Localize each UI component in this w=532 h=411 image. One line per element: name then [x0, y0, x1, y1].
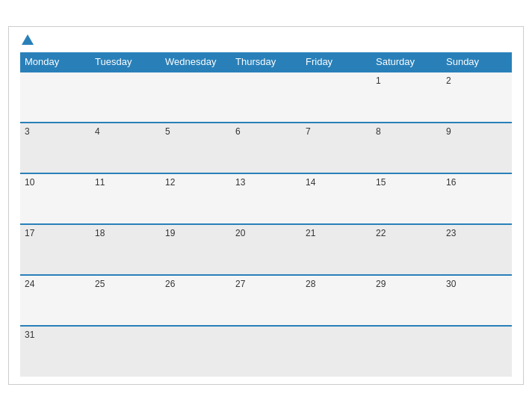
calendar-cell — [161, 72, 231, 123]
days-of-week-row: MondayTuesdayWednesdayThursdayFridaySatu… — [20, 52, 512, 72]
day-number: 13 — [235, 177, 245, 188]
day-number: 26 — [165, 279, 175, 289]
day-number: 31 — [25, 330, 34, 340]
day-number: 19 — [165, 228, 175, 238]
calendar-body: 1234567891011121314151617181920212223242… — [20, 72, 512, 377]
calendar-cell: 31 — [20, 326, 90, 377]
calendar-cell — [301, 72, 371, 123]
calendar-cell: 20 — [231, 224, 301, 275]
day-number: 9 — [446, 126, 451, 137]
calendar-cell: 26 — [161, 275, 231, 326]
calendar-cell: 11 — [90, 173, 161, 224]
calendar-cell: 14 — [301, 173, 371, 224]
day-number: 2 — [446, 75, 451, 86]
calendar-grid: MondayTuesdayWednesdayThursdayFridaySatu… — [20, 52, 512, 377]
day-number: 6 — [235, 126, 241, 137]
day-number: 1 — [376, 75, 381, 86]
logo — [20, 34, 34, 46]
day-number: 10 — [25, 177, 34, 188]
calendar-cell — [90, 72, 161, 123]
calendar-cell: 18 — [90, 224, 161, 275]
calendar-container: MondayTuesdayWednesdayThursdayFridaySatu… — [8, 26, 524, 385]
day-number: 18 — [95, 228, 105, 238]
calendar-cell: 15 — [371, 173, 442, 224]
calendar-cell: 30 — [442, 275, 512, 326]
day-number: 24 — [25, 279, 34, 289]
calendar-cell: 3 — [20, 123, 90, 173]
calendar-cell: 24 — [20, 275, 90, 326]
logo-triangle-icon — [22, 34, 34, 45]
week-row-1: 12 — [20, 72, 512, 123]
calendar-cell: 23 — [442, 224, 512, 275]
day-number: 15 — [376, 177, 386, 188]
day-number: 22 — [376, 228, 386, 238]
calendar-cell — [20, 72, 90, 123]
calendar-cell — [442, 326, 512, 377]
day-number: 28 — [306, 279, 315, 289]
day-number: 7 — [306, 126, 311, 137]
week-row-5: 24252627282930 — [20, 275, 512, 326]
calendar-cell: 2 — [442, 72, 512, 123]
calendar-cell: 5 — [161, 123, 231, 173]
day-number: 25 — [95, 279, 105, 289]
week-row-2: 3456789 — [20, 123, 512, 173]
calendar-cell: 8 — [371, 123, 442, 173]
week-row-6: 31 — [20, 326, 512, 377]
day-number: 30 — [446, 279, 456, 289]
calendar-cell: 25 — [90, 275, 161, 326]
week-row-3: 10111213141516 — [20, 173, 512, 224]
day-number: 27 — [235, 279, 245, 289]
calendar-cell: 27 — [231, 275, 301, 326]
day-header-friday: Friday — [301, 52, 371, 72]
calendar-cell: 7 — [301, 123, 371, 173]
calendar-cell: 17 — [20, 224, 90, 275]
day-header-sunday: Sunday — [442, 52, 512, 72]
day-number: 14 — [306, 177, 315, 188]
day-header-tuesday: Tuesday — [90, 52, 161, 72]
calendar-cell — [90, 326, 161, 377]
day-header-wednesday: Wednesday — [161, 52, 231, 72]
day-number: 4 — [95, 126, 100, 137]
day-number: 3 — [25, 126, 30, 137]
calendar-cell — [161, 326, 231, 377]
day-header-thursday: Thursday — [231, 52, 301, 72]
day-number: 21 — [306, 228, 315, 238]
day-number: 29 — [376, 279, 386, 289]
calendar-cell: 21 — [301, 224, 371, 275]
calendar-cell: 1 — [371, 72, 442, 123]
calendar-header-row: MondayTuesdayWednesdayThursdayFridaySatu… — [20, 52, 512, 72]
calendar-cell: 16 — [442, 173, 512, 224]
day-number: 8 — [376, 126, 381, 137]
day-number: 17 — [25, 228, 34, 238]
day-number: 11 — [95, 177, 105, 188]
day-number: 5 — [165, 126, 170, 137]
calendar-cell — [301, 326, 371, 377]
calendar-cell: 13 — [231, 173, 301, 224]
day-number: 23 — [446, 228, 456, 238]
day-header-monday: Monday — [20, 52, 90, 72]
day-number: 12 — [165, 177, 175, 188]
calendar-header — [20, 34, 512, 46]
calendar-cell: 12 — [161, 173, 231, 224]
calendar-cell: 19 — [161, 224, 231, 275]
calendar-cell — [371, 326, 442, 377]
day-number: 16 — [446, 177, 456, 188]
day-header-saturday: Saturday — [371, 52, 442, 72]
day-number: 20 — [235, 228, 245, 238]
calendar-cell: 4 — [90, 123, 161, 173]
calendar-cell: 22 — [371, 224, 442, 275]
calendar-cell: 10 — [20, 173, 90, 224]
calendar-cell — [231, 72, 301, 123]
calendar-cell: 29 — [371, 275, 442, 326]
calendar-cell: 6 — [231, 123, 301, 173]
calendar-cell — [231, 326, 301, 377]
week-row-4: 17181920212223 — [20, 224, 512, 275]
calendar-cell: 9 — [442, 123, 512, 173]
calendar-cell: 28 — [301, 275, 371, 326]
